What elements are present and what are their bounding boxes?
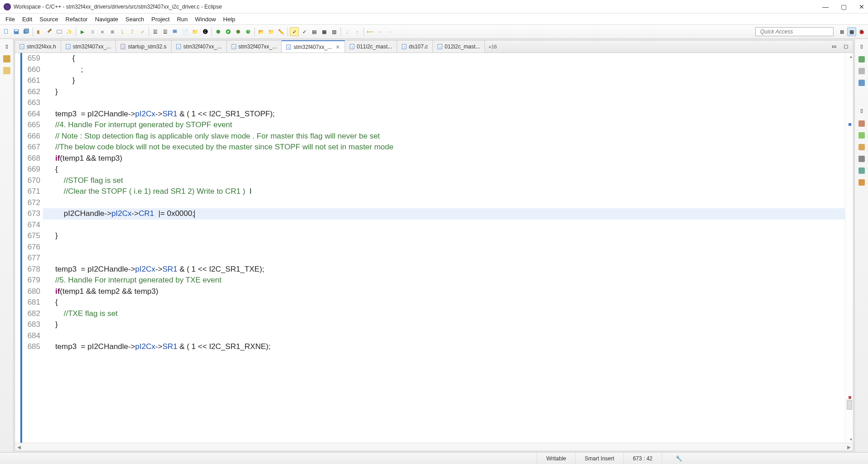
scroll-down-icon[interactable]: ▾ bbox=[850, 437, 852, 442]
editor-tab[interactable]: Sstartup_stm32.s bbox=[116, 40, 171, 53]
step-return-icon[interactable]: ⤶ bbox=[138, 27, 147, 36]
menu-refactor[interactable]: Refactor bbox=[62, 15, 91, 24]
code-line[interactable] bbox=[43, 97, 845, 109]
code-line[interactable]: //4. Handle For interrupt generated by S… bbox=[43, 120, 845, 131]
project-explorer-icon[interactable] bbox=[3, 55, 10, 62]
close-button[interactable]: ✕ bbox=[859, 4, 864, 10]
code-line[interactable]: } bbox=[43, 75, 845, 86]
profile-button[interactable] bbox=[244, 27, 253, 36]
open-perspective-button[interactable]: ⊞ bbox=[837, 27, 846, 36]
editor-tab[interactable]: cstm32f407xx_... bbox=[172, 40, 227, 53]
restore-bottom-icon[interactable]: ▯ bbox=[857, 106, 866, 115]
wand-icon[interactable]: ✨ bbox=[65, 27, 74, 36]
pause-icon[interactable]: ⏸ bbox=[88, 27, 97, 36]
minimize-editor-icon[interactable]: ▭ bbox=[830, 42, 839, 51]
forward-button[interactable]: → bbox=[386, 27, 395, 36]
code-line[interactable]: { bbox=[43, 297, 845, 308]
hammer-icon[interactable] bbox=[45, 27, 54, 36]
maximize-button[interactable]: ▢ bbox=[841, 4, 846, 10]
code-line[interactable] bbox=[43, 330, 845, 342]
code-content[interactable]: { ; } } temp3 = pI2CHandle->pI2Cx->SR1 &… bbox=[43, 53, 845, 443]
search-view-icon[interactable] bbox=[858, 167, 865, 174]
code-line[interactable] bbox=[43, 253, 845, 264]
properties-icon[interactable] bbox=[858, 156, 865, 162]
run-button[interactable] bbox=[224, 27, 233, 36]
code-line[interactable]: //TXE flag is set bbox=[43, 308, 845, 320]
overview-error-marker[interactable] bbox=[849, 396, 851, 399]
code-line[interactable]: // Note : Stop detection flag is applica… bbox=[43, 131, 845, 142]
task-icon[interactable] bbox=[858, 68, 865, 74]
overview-marker[interactable] bbox=[849, 123, 851, 126]
code-line[interactable]: //The below code block will not be execu… bbox=[43, 142, 845, 153]
stop-icon[interactable]: ■ bbox=[98, 27, 107, 36]
editor-tab[interactable]: cstm32f407xx_...✕ bbox=[282, 40, 345, 53]
code-line[interactable]: //STOF flag is set bbox=[43, 175, 845, 187]
overview-ruler[interactable]: ▴ ▾ bbox=[845, 53, 853, 443]
doc3-icon[interactable]: ▥ bbox=[330, 27, 339, 36]
code-line[interactable]: } bbox=[43, 86, 845, 98]
scroll-left-icon[interactable]: ◂ bbox=[15, 443, 23, 451]
doc2-icon[interactable]: ▦ bbox=[320, 27, 329, 36]
menu-help[interactable]: Help bbox=[220, 15, 239, 24]
toggle-button[interactable] bbox=[55, 27, 64, 36]
callh-icon[interactable] bbox=[858, 179, 865, 186]
code-line[interactable]: //Clear the STOPF ( i.e 1) read SR1 2) W… bbox=[43, 186, 845, 197]
mark-icon[interactable]: ✓ bbox=[300, 27, 309, 36]
close-tab-icon[interactable]: ✕ bbox=[336, 44, 340, 50]
tasks-view-icon[interactable] bbox=[858, 132, 865, 139]
scrollbar-thumb[interactable] bbox=[847, 400, 852, 410]
code-line[interactable] bbox=[43, 197, 845, 209]
back-button[interactable]: ← bbox=[376, 27, 385, 36]
code-editor[interactable]: 6596606616626636646656666676686696706716… bbox=[15, 53, 853, 443]
editor-tab[interactable]: cstm32f407xx_... bbox=[227, 40, 282, 53]
build-targets-icon[interactable] bbox=[858, 80, 865, 86]
outdent-icon[interactable]: ☰ bbox=[161, 27, 170, 36]
horizontal-scrollbar[interactable]: ◂ ▸ bbox=[15, 443, 853, 451]
editor-tab[interactable]: hstm32f4xx.h bbox=[15, 40, 61, 53]
doc1-icon[interactable]: ▤ bbox=[310, 27, 319, 36]
build-button[interactable] bbox=[35, 27, 44, 36]
navigator-icon[interactable] bbox=[3, 67, 10, 74]
code-line[interactable] bbox=[43, 242, 845, 253]
editor-tab[interactable]: cstm32f407xx_... bbox=[61, 40, 116, 53]
console-icon[interactable] bbox=[858, 144, 865, 150]
code-line[interactable]: if(temp1 && temp2 && temp3) bbox=[43, 286, 845, 297]
open-folder-icon[interactable]: 📁 bbox=[267, 27, 276, 36]
code-line[interactable]: } bbox=[43, 230, 845, 242]
step-into-icon[interactable]: ⤵ bbox=[118, 27, 127, 36]
code-line[interactable]: if(temp1 && temp3) bbox=[43, 153, 845, 164]
new-cpp-dropdown[interactable]: 📄 bbox=[181, 27, 190, 36]
debug-perspective-button[interactable]: 🐞 bbox=[857, 27, 866, 36]
restore-right-icon[interactable]: ▯ bbox=[857, 42, 866, 51]
menu-file[interactable]: File bbox=[2, 15, 19, 24]
tabs-overflow[interactable]: »16 bbox=[485, 40, 500, 53]
code-line[interactable] bbox=[43, 220, 845, 231]
save-all-button[interactable] bbox=[22, 27, 31, 36]
menu-run[interactable]: Run bbox=[173, 15, 192, 24]
nav-prev-icon[interactable]: ↑ bbox=[353, 27, 362, 36]
restore-view-icon[interactable]: ▯ bbox=[2, 42, 11, 51]
highlight-icon[interactable]: ✓ bbox=[290, 27, 299, 36]
editor-tab[interactable]: c011i2c_mast... bbox=[345, 40, 397, 53]
resume-icon[interactable]: ▶ bbox=[78, 27, 87, 36]
last-edit-icon[interactable]: ⟵ bbox=[366, 27, 375, 36]
quick-access-input[interactable] bbox=[755, 27, 834, 36]
new-folder-dropdown[interactable]: 📁 bbox=[191, 27, 200, 36]
scroll-up-icon[interactable]: ▴ bbox=[850, 54, 852, 59]
scroll-right-icon[interactable]: ▸ bbox=[845, 443, 853, 451]
editor-tab[interactable]: cds107.c bbox=[397, 40, 433, 53]
cpp-perspective-button[interactable]: ▦ bbox=[847, 27, 856, 36]
code-line[interactable]: ; bbox=[43, 64, 845, 76]
code-line[interactable]: } bbox=[43, 319, 845, 330]
save-button[interactable] bbox=[12, 27, 21, 36]
disconnect-icon[interactable]: ⏹ bbox=[108, 27, 117, 36]
debug-button[interactable] bbox=[214, 27, 223, 36]
menu-source[interactable]: Source bbox=[36, 15, 62, 24]
edit-icon[interactable]: ✏️ bbox=[277, 27, 286, 36]
menu-edit[interactable]: Edit bbox=[19, 15, 36, 24]
code-line[interactable]: { bbox=[43, 53, 845, 64]
open-project-icon[interactable]: 📂 bbox=[257, 27, 266, 36]
maximize-editor-icon[interactable]: ▢ bbox=[841, 42, 850, 51]
code-line[interactable]: temp3 = pI2CHandle->pI2Cx->SR1 & ( 1 << … bbox=[43, 264, 845, 275]
menu-window[interactable]: Window bbox=[192, 15, 220, 24]
